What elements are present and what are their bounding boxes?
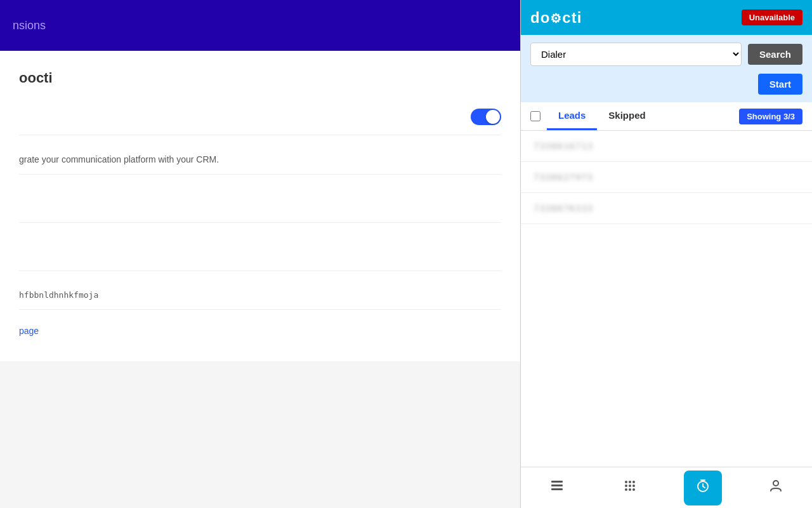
left-content: oocti grate your communication platform … [0, 51, 520, 361]
gear-icon: ⚙ [550, 11, 562, 26]
svg-point-8 [632, 485, 635, 487]
grid-icon [622, 478, 638, 497]
nav-list[interactable] [538, 471, 576, 505]
svg-rect-0 [551, 481, 563, 483]
nav-user[interactable] [757, 471, 795, 505]
svg-rect-2 [551, 488, 563, 490]
brand-logo: do⚙cti [530, 9, 582, 27]
user-icon [768, 478, 783, 497]
svg-rect-1 [551, 485, 563, 486]
left-code: hfbbnldhnhkfmoja [19, 281, 501, 310]
left-empty-row [19, 184, 501, 223]
svg-point-11 [632, 488, 635, 491]
svg-point-3 [625, 481, 627, 483]
start-button[interactable]: Start [758, 74, 802, 95]
toolbar-row2: Start [521, 74, 812, 102]
svg-point-5 [632, 481, 635, 483]
phone-number: 7338627973 [534, 172, 593, 182]
phone-number: 7338676333 [534, 203, 593, 213]
svg-line-14 [703, 486, 705, 488]
tab-skipped[interactable]: Skipped [597, 102, 657, 130]
svg-point-10 [629, 488, 631, 491]
top-bar: nsions [0, 0, 520, 51]
svg-point-7 [629, 485, 631, 487]
right-panel: do⚙cti Unavailable Dialer Search Start L… [520, 0, 812, 508]
svg-point-4 [629, 481, 631, 483]
phone-number: 7338616713 [534, 141, 593, 151]
timer-icon [695, 478, 710, 497]
toggle-switch[interactable] [471, 109, 501, 125]
list-item[interactable]: 7338676333 [521, 193, 812, 224]
showing-badge: Showing 3/3 [739, 109, 802, 124]
tab-leads[interactable]: Leads [547, 102, 597, 130]
select-all-checkbox[interactable] [530, 111, 540, 121]
status-badge: Unavailable [742, 10, 802, 25]
left-link[interactable]: page [19, 319, 501, 342]
left-description: grate your communication platform with y… [19, 145, 501, 175]
left-brand: oocti [19, 70, 501, 86]
left-empty-row-2 [19, 232, 501, 271]
nav-grid[interactable] [611, 471, 649, 505]
svg-point-9 [625, 488, 627, 491]
list-icon [549, 478, 565, 497]
search-button[interactable]: Search [748, 44, 802, 65]
dialer-select[interactable]: Dialer [530, 43, 742, 66]
leads-list: 7338616713 7338627973 7338676333 [521, 131, 812, 467]
list-item[interactable]: 7338627973 [521, 162, 812, 193]
toolbar-row1: Dialer Search [521, 35, 812, 74]
tabs-bar: Leads Skipped Showing 3/3 [521, 102, 812, 131]
svg-point-6 [625, 485, 627, 487]
top-bar-text: nsions [13, 19, 46, 32]
svg-point-16 [773, 481, 778, 486]
nav-timer[interactable] [684, 471, 722, 505]
left-panel: nsions oocti grate your communication pl… [0, 0, 520, 508]
right-header: do⚙cti Unavailable [521, 0, 812, 35]
bottom-nav [521, 467, 812, 508]
list-item[interactable]: 7338616713 [521, 131, 812, 162]
toggle-row [19, 99, 501, 135]
